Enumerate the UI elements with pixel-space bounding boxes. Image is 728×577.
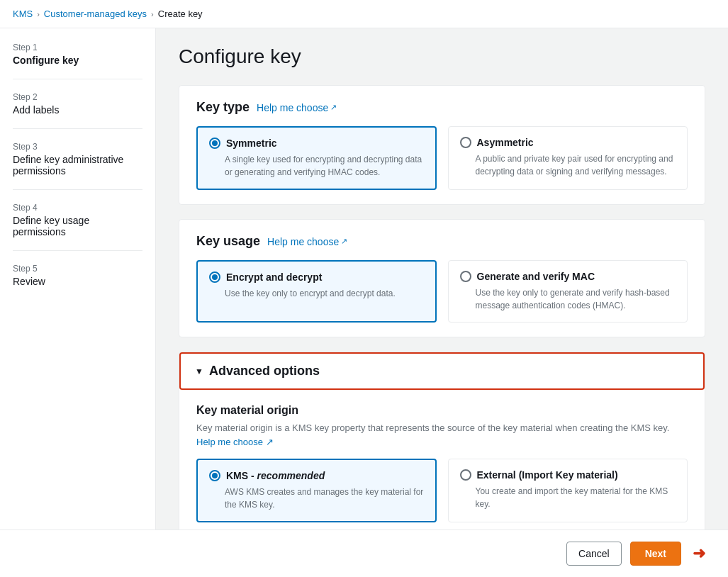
step2-label: Step 2 bbox=[13, 92, 142, 102]
external-link-icon: ↗ bbox=[330, 103, 337, 112]
step5-name: Review bbox=[13, 276, 142, 287]
key-material-origin-options: KMS - recommended AWS KMS creates and ma… bbox=[196, 459, 688, 522]
breadcrumb-sep1: › bbox=[37, 10, 40, 18]
generate-verify-mac-radio bbox=[460, 271, 471, 282]
key-usage-encrypt-decrypt-option[interactable]: Encrypt and decrypt Use the key only to … bbox=[196, 260, 437, 323]
advanced-options-header[interactable]: ▼ Advanced options bbox=[179, 352, 705, 390]
key-material-origin-subsection: Key material origin Key material origin … bbox=[196, 404, 688, 522]
kms-recommended-radio bbox=[209, 470, 220, 481]
footer: Cancel Next ➜ bbox=[0, 530, 728, 577]
collapse-icon: ▼ bbox=[195, 366, 203, 376]
key-usage-help-link[interactable]: Help me choose ↗ bbox=[267, 236, 347, 247]
step3-name: Define key administrative permissions bbox=[13, 154, 142, 177]
key-type-asymmetric-option[interactable]: Asymmetric A public and private key pair… bbox=[448, 126, 688, 190]
page-title: Configure key bbox=[179, 45, 705, 68]
main-content: Configure key Key type Help me choose ↗ … bbox=[156, 28, 728, 577]
sidebar-step-5: Step 5 Review bbox=[13, 264, 142, 300]
external-import-option[interactable]: External (Import Key material) You creat… bbox=[448, 459, 688, 522]
step2-name: Add labels bbox=[13, 104, 142, 116]
breadcrumb-sep2: › bbox=[151, 10, 154, 18]
breadcrumb-customer-managed-keys[interactable]: Customer-managed keys bbox=[44, 9, 147, 19]
key-type-options: Symmetric A single key used for encrypti… bbox=[196, 126, 688, 190]
key-type-symmetric-option[interactable]: Symmetric A single key used for encrypti… bbox=[196, 126, 437, 190]
next-button[interactable]: Next bbox=[630, 542, 681, 566]
breadcrumb: KMS › Customer-managed keys › Create key bbox=[0, 0, 728, 28]
ext-icon3: ↗ bbox=[266, 437, 274, 447]
encrypt-decrypt-radio bbox=[209, 271, 220, 283]
key-usage-title: Key usage Help me choose ↗ bbox=[196, 234, 688, 249]
step5-label: Step 5 bbox=[13, 264, 142, 274]
asymmetric-radio bbox=[460, 137, 471, 148]
sidebar-step-1: Step 1 Configure key bbox=[13, 43, 142, 79]
key-material-origin-desc: Key material origin is a KMS key propert… bbox=[196, 421, 688, 449]
key-type-title: Key type Help me choose ↗ bbox=[196, 100, 688, 115]
advanced-options-title: Advanced options bbox=[209, 364, 320, 379]
sidebar-step-4: Step 4 Define key usage permissions bbox=[13, 203, 142, 251]
step3-label: Step 3 bbox=[13, 142, 142, 152]
arrow-indicator: ➜ bbox=[693, 544, 705, 563]
breadcrumb-create-key: Create key bbox=[158, 9, 203, 19]
step4-label: Step 4 bbox=[13, 203, 142, 213]
external-link-icon2: ↗ bbox=[341, 237, 347, 246]
step1-name: Configure key bbox=[13, 55, 142, 66]
key-usage-card: Key usage Help me choose ↗ Encrypt and d… bbox=[179, 219, 705, 337]
key-type-card: Key type Help me choose ↗ Symmetric A si… bbox=[179, 85, 705, 205]
external-import-radio bbox=[460, 469, 471, 481]
breadcrumb-kms[interactable]: KMS bbox=[13, 9, 33, 19]
key-material-origin-title: Key material origin bbox=[196, 404, 688, 417]
sidebar-step-2: Step 2 Add labels bbox=[13, 92, 142, 129]
sidebar: Step 1 Configure key Step 2 Add labels S… bbox=[0, 28, 156, 577]
key-type-help-link[interactable]: Help me choose ↗ bbox=[257, 102, 337, 113]
key-usage-options: Encrypt and decrypt Use the key only to … bbox=[196, 260, 688, 323]
key-material-origin-help-link[interactable]: Help me choose ↗ bbox=[196, 437, 274, 447]
kms-recommended-option[interactable]: KMS - recommended AWS KMS creates and ma… bbox=[196, 459, 437, 522]
sidebar-step-3: Step 3 Define key administrative permiss… bbox=[13, 142, 142, 190]
step1-label: Step 1 bbox=[13, 43, 142, 52]
cancel-button[interactable]: Cancel bbox=[566, 542, 622, 566]
symmetric-radio bbox=[209, 138, 220, 149]
key-usage-generate-verify-mac-option[interactable]: Generate and verify MAC Use the key only… bbox=[448, 260, 688, 323]
step4-name: Define key usage permissions bbox=[13, 215, 142, 237]
